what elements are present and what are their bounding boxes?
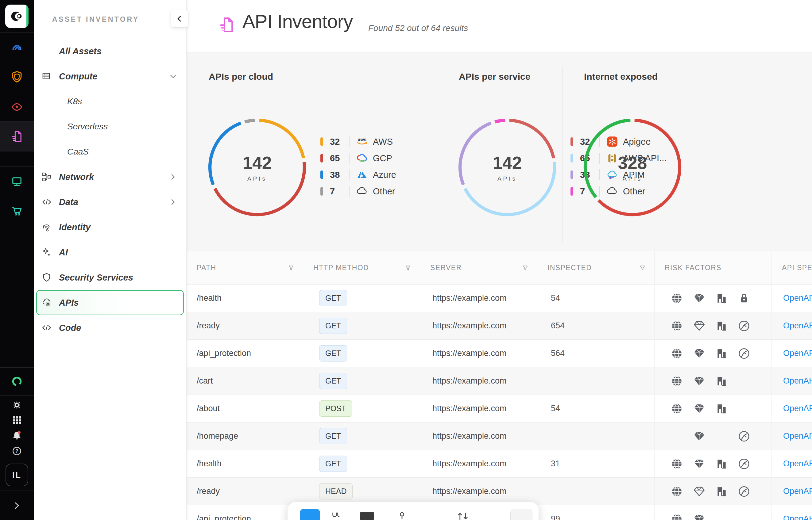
path-cell: /cart [197, 376, 213, 386]
legend-item: 65GCP [320, 150, 396, 166]
grid-icon [11, 414, 23, 426]
risk-factor-slot [710, 513, 733, 520]
rail-item[interactable] [0, 428, 34, 443]
rail-item[interactable] [0, 122, 34, 152]
api-spec-link[interactable]: OpenAPI [783, 487, 812, 496]
column-header[interactable]: INSPECTED [537, 252, 655, 284]
sidebar-item[interactable]: Security Services [36, 265, 184, 290]
inspected-cell: 654 [537, 312, 655, 339]
chart-title: Internet exposed [584, 72, 658, 82]
sidebar-item-chevron [169, 98, 177, 105]
diamond-icon [688, 458, 710, 470]
api-spec-link[interactable]: OpenAPI [783, 321, 812, 331]
rail-item[interactable]: ? [0, 443, 34, 459]
column-header-label: RISK FACTORS [665, 264, 721, 272]
rail-expand-button[interactable] [0, 491, 34, 520]
api-spec-link[interactable]: OpenAPI [783, 404, 812, 413]
rail-item[interactable] [0, 92, 34, 122]
donut-chart: 328 APIs [580, 115, 685, 219]
toolbar-icon-3[interactable] [397, 511, 407, 520]
rail-item[interactable] [0, 62, 34, 92]
api-spec-link[interactable]: OpenAPI [783, 514, 812, 520]
path-cell: /ready [197, 321, 220, 331]
column-header[interactable]: PATH [187, 252, 303, 284]
risk-factors-cell [655, 478, 772, 505]
chevron-right-icon [169, 198, 177, 206]
table-row[interactable]: /api_protection GET https://example.com … [187, 340, 812, 367]
sidebar-item[interactable]: Network [36, 164, 184, 189]
sidebar-item-chevron [169, 223, 177, 231]
column-header[interactable]: API SPEC [772, 252, 812, 284]
brand-logo[interactable] [0, 0, 34, 32]
sidebar-item[interactable]: K8s [36, 89, 184, 114]
api-spec-link[interactable]: OpenAPI [783, 432, 812, 441]
globe-icon [666, 486, 688, 497]
risk-factors-cell [655, 422, 772, 450]
table-row[interactable]: /health GET https://example.com 31 OpenA… [187, 450, 812, 478]
toolbar-primary-button[interactable] [300, 509, 320, 520]
page-header: API Inventory Found 52 out of 64 results [187, 0, 812, 52]
monitor-icon [10, 175, 24, 188]
risk-factor-slot [666, 431, 688, 442]
api-table: PATH HTTP METHOD SERVER INSPECTE [187, 252, 812, 520]
filter-icon[interactable] [405, 265, 411, 270]
cloud-icon [356, 185, 369, 198]
sidebar-item[interactable]: Compute [36, 64, 184, 89]
rail-item[interactable] [0, 413, 34, 428]
risk-factor-slot [733, 513, 755, 520]
api-spec-link[interactable]: OpenAPI [783, 459, 812, 468]
filter-icon[interactable] [523, 265, 528, 270]
sidebar-collapse-button[interactable] [171, 10, 189, 28]
table-row[interactable]: /about POST https://example.com 54 OpenA… [187, 395, 812, 422]
sidebar-item[interactable]: APIs [36, 290, 184, 315]
table-row[interactable]: /homepage GET https://example.com OpenAP… [187, 422, 812, 450]
column-header[interactable]: RISK FACTORS [655, 252, 772, 284]
inspected-cell: 31 [537, 450, 655, 477]
chevron-left-icon [176, 15, 183, 22]
diamond-icon [688, 375, 710, 387]
api-spec-link[interactable]: OpenAPI [783, 348, 812, 358]
sidebar-item-label: CaaS [67, 147, 89, 157]
legend-label: Azure [373, 170, 396, 180]
inspected-cell: 54 [537, 395, 655, 422]
sidebar-item[interactable]: Code [36, 315, 184, 340]
risk-factor-slot [733, 375, 755, 387]
cloud-gear-icon [42, 298, 52, 308]
sidebar-item[interactable]: CaaS [36, 139, 184, 164]
filter-icon[interactable] [640, 265, 645, 270]
user-initials-button[interactable]: IL [5, 464, 28, 486]
table-row[interactable]: /ready GET https://example.com 654 OpenA… [187, 312, 812, 340]
toolbar-icon-2[interactable] [359, 511, 375, 520]
rail-bottom-group: ? [0, 367, 34, 459]
server-cell: https://example.com [420, 367, 537, 395]
sidebar-item[interactable]: Identity [36, 215, 184, 240]
rail-item[interactable] [0, 397, 34, 413]
filter-icon[interactable] [289, 265, 294, 270]
legend-value: 38 [330, 170, 349, 180]
sidebar-item[interactable]: AI [36, 240, 184, 265]
api-spec-link[interactable]: OpenAPI [783, 376, 812, 386]
table-row[interactable]: /ready HEAD https://example.com OpenAPI [187, 478, 812, 505]
sidebar-item[interactable]: Serverless [36, 114, 184, 139]
rail-item[interactable] [0, 367, 34, 395]
table-row[interactable]: /cart GET https://example.com OpenAPI [187, 367, 812, 395]
column-header[interactable]: HTTP METHOD [303, 252, 420, 284]
building-icon [710, 403, 733, 415]
table-row[interactable]: /health GET https://example.com 54 OpenA… [187, 285, 812, 312]
sidebar-item[interactable]: All Assets [36, 38, 184, 64]
rail-item[interactable] [0, 166, 34, 196]
sidebar-item[interactable]: Data [36, 189, 184, 215]
column-header[interactable]: SERVER [420, 252, 537, 284]
risk-factors-cell [655, 367, 772, 395]
api-spec-link[interactable]: OpenAPI [783, 293, 812, 303]
building-icon [710, 458, 733, 470]
toolbar-icon-1[interactable] [331, 511, 342, 520]
toolbar-secondary-button[interactable] [510, 509, 533, 520]
column-header-label: SERVER [430, 264, 462, 272]
globe-icon [666, 375, 688, 387]
chart-title: APIs per cloud [209, 72, 273, 82]
rail-item[interactable] [0, 32, 34, 62]
rail-item[interactable] [0, 196, 34, 226]
path-cell: /homepage [197, 432, 238, 441]
toolbar-icon-4[interactable] [456, 511, 470, 520]
